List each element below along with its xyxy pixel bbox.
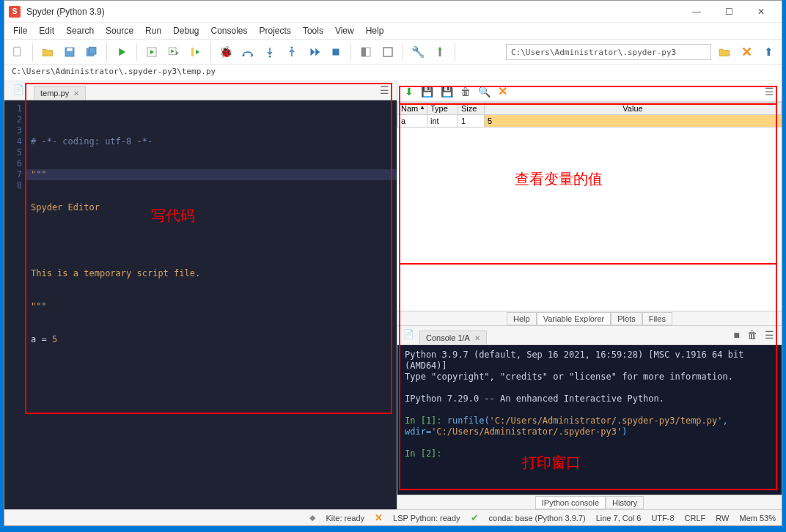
variable-explorer-toolbar: ⬇ 💾 💾 🗑 🔍 ✕ ☰ bbox=[397, 81, 782, 102]
save-icon[interactable] bbox=[61, 43, 78, 61]
menu-search[interactable]: Search bbox=[62, 24, 98, 37]
tab-plots[interactable]: Plots bbox=[611, 312, 642, 325]
save-all-icon[interactable] bbox=[83, 43, 100, 61]
console-tab-close-icon[interactable]: ✕ bbox=[474, 334, 480, 342]
lsp-status-icon: ✕ bbox=[375, 512, 383, 523]
variable-row[interactable]: a int 1 5 bbox=[398, 115, 782, 128]
remove-console-icon[interactable]: 🗑 bbox=[747, 329, 757, 341]
run-cell-icon[interactable] bbox=[143, 43, 161, 61]
console-output[interactable]: Python 3.9.7 (default, Sep 16 2021, 16:5… bbox=[397, 345, 782, 495]
editor-options-icon[interactable]: ☰ bbox=[380, 84, 389, 96]
statusbar: ◆ Kite: ready ✕ LSP Python: ready ✔ cond… bbox=[4, 509, 782, 525]
close-button[interactable]: ✕ bbox=[745, 1, 777, 22]
svg-rect-0 bbox=[14, 47, 21, 56]
console-pane: 📄 Console 1/A ✕ ■ 🗑 ☰ Python 3.9.7 (defa… bbox=[397, 325, 782, 509]
var-name: a bbox=[398, 115, 427, 128]
menu-view[interactable]: View bbox=[331, 24, 359, 37]
minimize-button[interactable]: — bbox=[680, 1, 713, 22]
col-size[interactable]: Size bbox=[458, 103, 485, 115]
console-kernel-icon[interactable]: 📄 bbox=[403, 329, 414, 339]
menu-tools[interactable]: Tools bbox=[298, 24, 328, 37]
step-over-icon[interactable] bbox=[239, 43, 257, 61]
code-editor[interactable]: 12345678 # -*- coding: utf-8 -*- """ Spy… bbox=[4, 100, 397, 509]
menu-file[interactable]: File bbox=[9, 24, 32, 37]
menubar: File Edit Search Source Run Debug Consol… bbox=[4, 23, 782, 39]
editor-tabbar: 📄 temp.py ✕ ☰ bbox=[4, 81, 397, 100]
menu-help[interactable]: Help bbox=[361, 24, 389, 37]
run-icon[interactable] bbox=[113, 43, 131, 61]
search-icon[interactable]: 🔍 bbox=[478, 86, 491, 97]
preferences-icon[interactable]: 🔧 bbox=[409, 43, 427, 61]
svg-rect-10 bbox=[333, 49, 339, 56]
continue-icon[interactable] bbox=[305, 43, 323, 61]
stop-debug-icon[interactable] bbox=[327, 43, 345, 61]
new-file-icon[interactable] bbox=[9, 43, 26, 61]
maximize-button[interactable]: ☐ bbox=[713, 1, 745, 22]
var-type: int bbox=[427, 115, 458, 128]
console-tab[interactable]: Console 1/A ✕ bbox=[419, 330, 487, 344]
editor-pane: 📄 temp.py ✕ ☰ 12345678 # -*- coding: utf… bbox=[4, 81, 397, 509]
col-type[interactable]: Type bbox=[427, 103, 458, 115]
step-out-icon[interactable] bbox=[283, 43, 301, 61]
status-eol: CRLF bbox=[685, 514, 706, 522]
conda-status-icon: ✔ bbox=[471, 512, 479, 523]
run-cell-advance-icon[interactable] bbox=[165, 43, 183, 61]
svg-rect-4 bbox=[89, 47, 96, 54]
menu-debug[interactable]: Debug bbox=[169, 24, 203, 37]
status-rw: RW bbox=[716, 514, 729, 522]
editor-tab-temp[interactable]: temp.py ✕ bbox=[34, 86, 86, 100]
menu-edit[interactable]: Edit bbox=[34, 24, 59, 37]
svg-rect-2 bbox=[67, 48, 73, 51]
stop-kernel-icon[interactable]: ■ bbox=[734, 329, 740, 341]
kite-icon: ◆ bbox=[309, 513, 315, 522]
menu-run[interactable]: Run bbox=[141, 24, 166, 37]
tab-history[interactable]: History bbox=[606, 496, 644, 509]
save-data-icon[interactable]: 💾 bbox=[421, 86, 433, 97]
tab-help[interactable]: Help bbox=[507, 312, 537, 325]
ve-options-icon[interactable]: ☰ bbox=[765, 86, 774, 97]
run-selection-icon[interactable] bbox=[187, 43, 205, 61]
open-file-icon[interactable] bbox=[39, 43, 56, 61]
refresh-icon[interactable]: ✕ bbox=[498, 84, 507, 98]
delete-icon[interactable]: 🗑 bbox=[460, 86, 471, 97]
line-gutter: 12345678 bbox=[4, 100, 26, 509]
var-value: 5 bbox=[485, 115, 782, 128]
menu-consoles[interactable]: Consoles bbox=[206, 24, 251, 37]
col-name[interactable]: Nam▲ bbox=[398, 103, 427, 115]
code-area[interactable]: # -*- coding: utf-8 -*- """ Spyder Edito… bbox=[26, 100, 397, 509]
svg-rect-12 bbox=[361, 48, 366, 56]
var-size: 1 bbox=[458, 115, 485, 128]
cwd-browse-icon[interactable] bbox=[716, 43, 733, 61]
right-top-tabs: Help Variable Explorer Plots Files bbox=[397, 311, 782, 325]
tab-variable-explorer[interactable]: Variable Explorer bbox=[537, 312, 611, 325]
tab-ipython-console[interactable]: IPython console bbox=[535, 496, 606, 509]
status-lsp: LSP Python: ready bbox=[393, 514, 460, 522]
step-into-icon[interactable] bbox=[261, 43, 279, 61]
pythonpath-icon[interactable] bbox=[431, 43, 449, 61]
clear-cwd-icon[interactable]: ✕ bbox=[738, 43, 755, 61]
menu-source[interactable]: Source bbox=[101, 24, 138, 37]
cwd-input[interactable] bbox=[506, 44, 711, 60]
tab-files[interactable]: Files bbox=[642, 312, 672, 325]
svg-rect-14 bbox=[439, 50, 441, 56]
status-kite: Kite: ready bbox=[326, 514, 364, 522]
tab-close-icon[interactable]: ✕ bbox=[73, 89, 79, 97]
col-value[interactable]: Value bbox=[485, 103, 782, 115]
editor-tab-label: temp.py bbox=[40, 89, 69, 97]
variable-blank-area bbox=[397, 128, 782, 311]
svg-point-7 bbox=[243, 54, 245, 56]
maximize-pane-icon[interactable] bbox=[357, 43, 375, 61]
console-options-icon[interactable]: ☰ bbox=[765, 329, 774, 341]
save-as-icon[interactable]: 💾 bbox=[441, 86, 453, 97]
variable-table[interactable]: Nam▲ Type Size Value a int 1 5 bbox=[397, 102, 782, 128]
file-browser-icon[interactable]: 📄 bbox=[13, 84, 26, 97]
menu-projects[interactable]: Projects bbox=[255, 24, 295, 37]
svg-rect-13 bbox=[383, 48, 392, 56]
fullscreen-icon[interactable] bbox=[379, 43, 397, 61]
parent-dir-icon[interactable]: ⬆ bbox=[760, 43, 777, 61]
status-mem: Mem 53% bbox=[739, 514, 776, 522]
console-tabbar: 📄 Console 1/A ✕ ■ 🗑 ☰ bbox=[397, 326, 782, 345]
console-tab-label: Console 1/A bbox=[426, 333, 470, 342]
debug-icon[interactable]: 🐞 bbox=[217, 43, 235, 61]
import-icon[interactable]: ⬇ bbox=[405, 86, 414, 97]
